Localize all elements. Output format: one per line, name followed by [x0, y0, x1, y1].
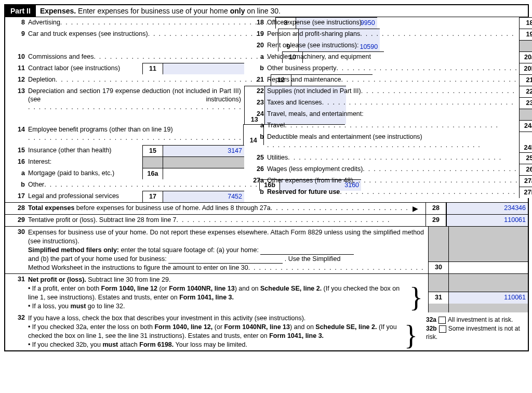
line-32: 32 If you have a loss, check the box tha… — [5, 312, 528, 351]
line-20b: b Other business property 20b 15360 — [244, 63, 532, 74]
line-31-value[interactable]: 110061 — [449, 292, 528, 304]
box-number: 11 — [142, 63, 163, 74]
business-sqft-input[interactable] — [168, 256, 283, 264]
line-number: 29 — [5, 215, 28, 226]
box-number: 27b — [519, 187, 532, 198]
line-label: Commissions and fees — [28, 53, 94, 61]
line-8: 8 Advertising 8 9950 — [5, 17, 244, 29]
line-number: a — [244, 51, 267, 63]
line-15-value[interactable]: 3147 — [163, 145, 244, 156]
line-15: 15 Insurance (other than health) 15 3147 — [5, 145, 244, 156]
line-label: Insurance (other than health) — [28, 147, 112, 155]
box-number: 27a — [519, 175, 532, 187]
line-number: 16 — [5, 156, 28, 168]
line-number: 26 — [244, 164, 267, 175]
box-number: 26 — [519, 164, 532, 175]
line-16b: b Other 16b 3160 — [5, 179, 244, 191]
line-label: Other — [28, 181, 44, 189]
line-label: Car and truck expenses (see instructions… — [28, 30, 148, 38]
line-23: 23 Taxes and licenses 23 2043 — [244, 97, 532, 109]
right-column: 18 Office expense (see instructions) 18 … — [244, 17, 532, 202]
box-number: 30 — [429, 262, 449, 273]
line-11: 11 Contract labor (see instructions) 11 — [5, 63, 244, 74]
box-number: 24b — [519, 132, 532, 152]
line-21: 21 Repairs and maintenance 21 — [244, 74, 532, 86]
line-label: Other business property — [267, 64, 336, 73]
line-label: Travel — [267, 122, 285, 130]
line-number: b — [244, 132, 267, 152]
line-29-value[interactable]: 110061 — [446, 215, 528, 226]
line-number: 24 — [244, 109, 267, 120]
line-label: Advertising — [28, 19, 60, 27]
box-number: 16a — [142, 168, 163, 179]
line-number: 10 — [5, 51, 28, 63]
line-10: 10 Commissions and fees 10 — [5, 51, 244, 63]
line-number: 17 — [5, 191, 28, 202]
shaded-area — [428, 227, 528, 261]
line-number: 23 — [244, 97, 267, 109]
line-24: 24 Travel, meals, and entertainment: — [244, 109, 532, 120]
box-number: 28 — [425, 203, 446, 214]
box-number: 31 — [429, 292, 449, 304]
checkbox-area: 32aAll investment is at risk. 32bSome in… — [423, 312, 528, 351]
line-label: Pension and profit-sharing plans — [267, 30, 360, 38]
box-number: 24a — [519, 120, 532, 132]
line-number: 30 — [5, 227, 28, 273]
line-number: 22 — [244, 86, 267, 97]
line-label: Interest: — [28, 158, 51, 165]
checkbox-32a[interactable] — [438, 317, 446, 324]
line-label: Deductible meals and entertainment (see … — [267, 133, 422, 140]
left-column: 8 Advertising 8 9950 9 Car and truck exp… — [5, 17, 244, 202]
line-number: 27a — [244, 175, 267, 187]
line-number: 20 — [244, 40, 267, 51]
line-18: 18 Office expense (see instructions) 18 … — [244, 17, 532, 29]
line-label: Travel, meals, and entertainment: — [267, 110, 364, 117]
line-17-value[interactable]: 7452 — [163, 191, 244, 202]
line-number: b — [244, 187, 267, 198]
checkbox-32b-row: 32bSome investment is not at risk. — [426, 324, 526, 342]
checkbox-32a-row: 32aAll investment is at risk. — [426, 316, 526, 324]
line-30: 30 Expenses for business use of your hom… — [5, 226, 528, 273]
line-30-value[interactable] — [449, 262, 528, 273]
box-number: 21 — [519, 74, 532, 86]
line-11-value[interactable] — [163, 63, 244, 74]
box-number: 29 — [425, 215, 446, 226]
line-number: 13 — [5, 86, 28, 124]
line-number: 32 — [5, 312, 28, 351]
line-14: 14 Employee benefit programs (other than… — [5, 124, 244, 145]
part-title-bold: Expenses. — [40, 7, 76, 15]
line-label: Legal and professional services — [28, 192, 119, 201]
line-30-cells: 30 — [428, 227, 528, 273]
line-16: 16 Interest: — [5, 156, 244, 168]
line-label: Other expenses (from line 48) — [267, 177, 353, 185]
box-number: 18 — [519, 17, 532, 29]
line-20a: a Vehicles, machinery, and equipment 20a — [244, 51, 532, 63]
arrow-icon: ▶ — [409, 204, 421, 214]
checkbox-32b[interactable] — [439, 325, 446, 333]
line-31-content: Net profit or (loss). Subtract line 30 f… — [28, 274, 428, 312]
line-number: 31 — [5, 274, 28, 312]
line-label: Rent or lease (see instructions): — [267, 42, 358, 49]
line-16a-value[interactable] — [163, 168, 244, 179]
line-25: 25 Utilities 25 14606 — [244, 152, 532, 164]
line-31: 31 Net profit or (loss). Subtract line 3… — [5, 273, 528, 312]
checkbox-32a-label: All investment is at risk. — [448, 316, 513, 323]
part-label: Part II — [5, 5, 36, 17]
line-number: 25 — [244, 152, 267, 164]
box-shaded — [519, 40, 532, 51]
line-label: Taxes and licenses — [267, 99, 322, 107]
box-number: 20b — [519, 63, 532, 74]
line-label: Mortgage (paid to banks, etc.) — [28, 169, 114, 178]
expense-columns: 8 Advertising 8 9950 9 Car and truck exp… — [5, 17, 528, 202]
line-label: Depreciation and section 179 expense ded… — [28, 87, 241, 103]
line-28-value[interactable]: 234346 — [446, 203, 528, 214]
line-number: b — [244, 63, 267, 74]
line-31-cells: 31 110061 — [428, 274, 528, 312]
line-number: b — [5, 179, 28, 191]
line-22: 22 Supplies (not included in Part III) 2… — [244, 86, 532, 97]
line-28: 28 Total expenses before expenses for bu… — [5, 202, 528, 214]
shaded-area — [428, 274, 528, 292]
line-24a: a Travel 24a — [244, 120, 532, 132]
line-27a: 27a Other expenses (from line 48) 27a 14… — [244, 175, 532, 187]
home-sqft-input[interactable] — [260, 247, 354, 255]
